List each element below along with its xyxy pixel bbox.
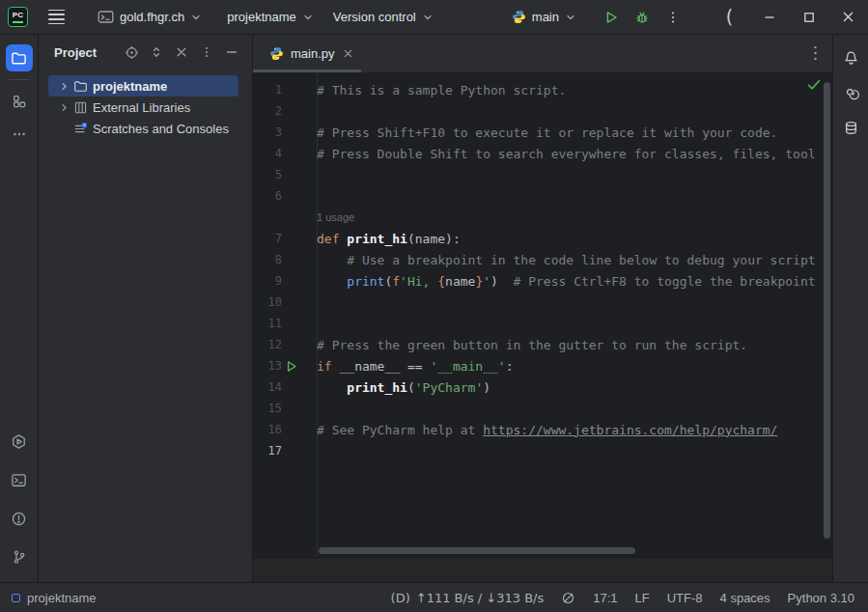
tree-item-external-libraries[interactable]: External Libraries — [48, 97, 238, 118]
status-bar: projektname (D) ↑111 B/s / ↓313 B/s 17:1… — [0, 582, 868, 612]
code-line[interactable]: 7def print_hi(name): — [253, 228, 832, 249]
status-caret-position[interactable]: 17:1 — [593, 591, 617, 605]
status-project: projektname — [12, 591, 97, 605]
code-line-text[interactable]: print(f'Hi, {name}') # Press Ctrl+F8 to … — [317, 274, 832, 289]
code-line[interactable]: 3# Press Shift+F10 to execute it or repl… — [253, 122, 832, 143]
horizontal-scrollbar[interactable] — [319, 547, 635, 554]
status-encoding[interactable]: UTF-8 — [667, 591, 703, 605]
editor-options-button[interactable] — [808, 42, 823, 64]
code-line[interactable]: 13if __name__ == '__main__': — [253, 355, 832, 376]
title-bar: PC gold.fhgr.ch projektname Version cont… — [0, 0, 868, 35]
run-gutter-slot[interactable] — [282, 360, 301, 373]
expand-collapse-button[interactable] — [146, 42, 167, 63]
kebab-menu-icon — [666, 11, 680, 24]
editor-tab-bar: main.py — [253, 35, 832, 72]
status-line-ending[interactable]: LF — [635, 591, 650, 605]
remote-host-label: gold.fhgr.ch — [120, 10, 184, 24]
divider — [9, 79, 30, 80]
tree-item-scratches[interactable]: Scratches and Consoles — [48, 118, 238, 139]
structure-tool-button[interactable] — [6, 88, 33, 115]
minimize-button[interactable] — [749, 0, 789, 35]
code-line-text[interactable]: # This is a sample Python script. — [317, 83, 832, 97]
code-line-text[interactable]: if __name__ == '__main__': — [317, 359, 832, 374]
ai-assistant-button[interactable] — [837, 79, 864, 106]
tree-item-label: Scratches and Consoles — [93, 122, 229, 136]
code-line-text[interactable]: # Use a breakpoint in the code line belo… — [317, 253, 832, 267]
blue-square-icon — [12, 594, 20, 602]
git-tool-button[interactable] — [6, 543, 33, 570]
chevron-right-icon[interactable] — [56, 102, 71, 113]
code-line-text[interactable]: # Press the green button in the gutter t… — [317, 338, 832, 352]
code-line[interactable]: 17 — [253, 440, 832, 461]
code-line[interactable]: 9 print(f'Hi, {name}') # Press Ctrl+F8 t… — [253, 270, 832, 292]
chevron-right-icon[interactable] — [56, 81, 71, 92]
collapse-all-icon — [175, 45, 188, 59]
tree-item-projektname[interactable]: projektname — [48, 75, 238, 97]
locate-file-button[interactable] — [121, 42, 142, 63]
theme-crescent-button[interactable]: ( — [710, 0, 749, 35]
collapse-all-button[interactable] — [171, 42, 192, 63]
usage-hint-row[interactable]: 1 usage — [253, 207, 832, 228]
services-icon — [11, 433, 27, 450]
code-line[interactable]: 2 — [253, 100, 832, 122]
code-line[interactable]: 4# Press Double Shift to search everywhe… — [253, 143, 832, 164]
problems-tool-button[interactable] — [6, 505, 33, 532]
debug-icon — [634, 10, 650, 25]
remote-host-selector[interactable]: gold.fhgr.ch — [92, 6, 208, 28]
code-line-text[interactable]: def print_hi(name): — [317, 232, 832, 246]
terminal-tool-button[interactable] — [6, 466, 33, 493]
code-line[interactable]: 16# See PyCharm help at https://www.jetb… — [253, 419, 832, 440]
highlighting-off-icon — [561, 591, 575, 605]
code-line-text[interactable]: # Press Double Shift to search everywher… — [317, 147, 832, 161]
code-line[interactable]: 12# Press the green button in the gutter… — [253, 334, 832, 355]
code-line-text[interactable]: # See PyCharm help at https://www.jetbra… — [317, 423, 832, 437]
database-button[interactable] — [837, 114, 864, 141]
code-line-text[interactable]: print_hi('PyCharm') — [317, 380, 832, 395]
panel-options-button[interactable] — [196, 42, 217, 63]
usage-hint[interactable]: 1 usage — [317, 211, 354, 223]
code-line-text[interactable]: # Press Shift+F10 to execute it or repla… — [317, 125, 832, 140]
status-interpreter[interactable]: Python 3.10 — [788, 591, 854, 605]
debug-button[interactable] — [627, 4, 658, 31]
hide-panel-button[interactable] — [221, 42, 242, 63]
run-gutter-icon[interactable] — [286, 360, 297, 373]
code-line[interactable]: 5 — [253, 164, 832, 185]
status-indent[interactable]: 4 spaces — [720, 591, 770, 605]
project-panel-title: Project — [54, 45, 97, 60]
vcs-menu[interactable]: Version control — [327, 6, 439, 28]
line-number: 17 — [253, 444, 282, 458]
tab-close-button[interactable] — [342, 47, 354, 60]
maximize-icon — [803, 12, 815, 23]
line-number: 4 — [253, 147, 282, 160]
chevron-down-icon — [302, 12, 314, 23]
folder-icon — [11, 50, 27, 67]
code-line[interactable]: 6 — [253, 185, 832, 207]
close-button[interactable] — [828, 0, 868, 35]
tab-main-py[interactable]: main.py — [253, 35, 364, 72]
code-line[interactable]: 14 print_hi('PyCharm') — [253, 376, 832, 398]
run-config-selector[interactable]: main — [506, 6, 582, 28]
services-tool-button[interactable] — [6, 428, 33, 455]
code-editor[interactable]: 1# This is a sample Python script.23# Pr… — [253, 72, 832, 557]
status-network-label: ↑111 B/s / ↓313 B/s — [416, 591, 544, 605]
line-number: 8 — [253, 253, 282, 266]
folder-icon — [71, 79, 89, 94]
more-tool-windows-button[interactable] — [6, 121, 33, 148]
hamburger-menu-icon[interactable] — [44, 6, 69, 28]
notifications-button[interactable] — [837, 44, 864, 71]
maximize-button[interactable] — [789, 0, 828, 35]
code-line[interactable]: 11 — [253, 313, 832, 334]
project-menu[interactable]: projektname — [221, 6, 320, 28]
code-line[interactable]: 8 # Use a breakpoint in the code line be… — [253, 249, 832, 270]
code-line[interactable]: 15 — [253, 398, 832, 419]
code-line[interactable]: 1# This is a sample Python script. — [253, 79, 832, 100]
more-actions-button[interactable] — [658, 4, 688, 31]
line-number: 9 — [253, 274, 282, 288]
inspection-check-icon[interactable] — [807, 79, 821, 91]
code-line[interactable]: 10 — [253, 292, 832, 313]
project-tool-button[interactable] — [6, 44, 33, 71]
run-button[interactable] — [596, 4, 627, 31]
chevron-down-icon — [190, 12, 202, 23]
vertical-scrollbar[interactable] — [824, 82, 830, 539]
highlighting-widget[interactable] — [561, 591, 575, 605]
